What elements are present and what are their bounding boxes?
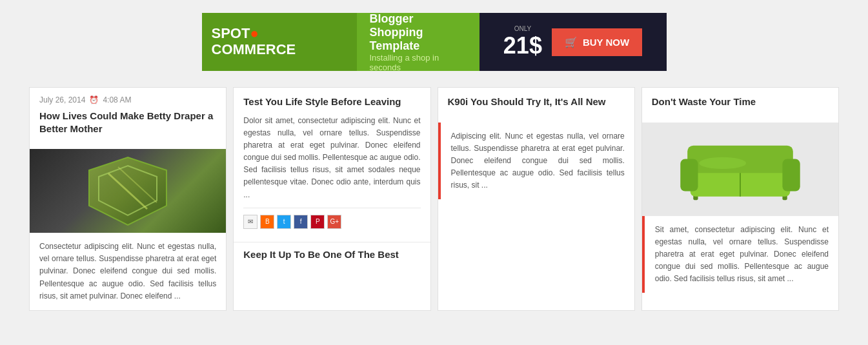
buy-now-button[interactable]: 🛒 BUY NOW — [552, 28, 642, 56]
card-col1: July 26, 2014 ⏰ 4:08 AM How Lives Could … — [29, 87, 227, 311]
card-col1-image — [30, 149, 226, 233]
card-col3-body: Adipiscing elit. Nunc et egestas nulla, … — [438, 123, 634, 200]
card-col4-header: Don't Waste Your Time — [642, 88, 838, 123]
card-col3-header: K90i You Should Try It, It's All New — [438, 88, 634, 123]
card-col1-body: Consectetur adipiscing elit. Nunc et ege… — [30, 233, 226, 310]
svg-rect-11 — [782, 159, 800, 192]
col3-accent-bar — [438, 123, 441, 200]
share-row: ✉ B t f P G+ — [243, 215, 420, 229]
buy-now-label: BUY NOW — [583, 37, 629, 48]
banner-section: SPOT● COMMERCE Blogger Shopping Template… — [0, 0, 868, 87]
banner: SPOT● COMMERCE Blogger Shopping Template… — [202, 13, 667, 71]
card-col3-text: Adipiscing elit. Nunc et egestas nulla, … — [451, 130, 625, 192]
card-col1-text: Consectetur adipiscing elit. Nunc et ege… — [39, 241, 216, 302]
banner-commerce-label: COMMERCE — [212, 41, 296, 58]
card-col2-title[interactable]: Test You Life Style Before Leaving — [243, 95, 420, 108]
card-col2-title2[interactable]: Keep It Up To Be One Of The Best — [234, 242, 430, 265]
banner-subtitle: Installing a shop in seconds — [370, 53, 467, 72]
cart-icon: 🛒 — [565, 36, 578, 48]
card-col1-date: July 26, 2014 ⏰ 4:08 AM — [39, 95, 216, 104]
card-col2-header: Test You Life Style Before Leaving Dolor… — [234, 88, 430, 242]
banner-dot: ● — [250, 25, 258, 41]
banner-brand: SPOT● COMMERCE — [202, 13, 357, 71]
share-facebook-icon[interactable]: f — [294, 215, 308, 229]
nvidia-shape-svg — [83, 154, 173, 228]
card-col4: Don't Waste Your Time — [641, 87, 839, 311]
card-col2-text: Dolor sit amet, consectetur adipiscing e… — [243, 115, 420, 201]
card-col4-image — [642, 123, 838, 216]
clock-icon: ⏰ — [89, 95, 99, 104]
card-col4-body: Sit amet, consectetur adipiscing elit. N… — [642, 216, 838, 293]
share-email-icon[interactable]: ✉ — [243, 215, 257, 229]
banner-description: Blogger Shopping Template Installing a s… — [357, 13, 479, 71]
svg-point-13 — [699, 157, 746, 169]
card-col3-title[interactable]: K90i You Should Try It, It's All New — [448, 95, 625, 108]
banner-title: Blogger Shopping Template — [370, 13, 467, 53]
time-text: 4:08 AM — [103, 95, 131, 104]
card-col1-header: July 26, 2014 ⏰ 4:08 AM How Lives Could … — [30, 88, 226, 149]
share-blogger-icon[interactable]: B — [260, 215, 274, 229]
card-col3: K90i You Should Try It, It's All New Adi… — [438, 87, 635, 311]
banner-price-block: ONLY 21$ — [503, 25, 542, 59]
card-col4-title[interactable]: Don't Waste Your Time — [652, 95, 829, 108]
card-col2: Test You Life Style Before Leaving Dolor… — [233, 87, 430, 311]
banner-logo-text: SPOT● COMMERCE — [212, 26, 296, 58]
card-col2-divider — [243, 208, 420, 208]
banner-cta: ONLY 21$ 🛒 BUY NOW — [479, 13, 667, 71]
card-col4-text: Sit amet, consectetur adipiscing elit. N… — [655, 224, 829, 286]
share-pinterest-icon[interactable]: P — [310, 215, 325, 229]
date-text: July 26, 2014 — [39, 95, 85, 104]
banner-only-label: ONLY — [514, 25, 532, 32]
banner-spot-label: SPOT — [212, 25, 250, 41]
share-gplus-icon[interactable]: G+ — [327, 215, 341, 229]
sofa-svg — [676, 130, 805, 208]
card-col1-image-placeholder — [30, 149, 226, 233]
col4-accent-bar — [642, 216, 645, 293]
svg-rect-10 — [680, 159, 698, 192]
card-col1-title[interactable]: How Lives Could Make Betty Draper a Bett… — [39, 110, 216, 135]
banner-price-value: 21$ — [503, 32, 542, 59]
share-twitter-icon[interactable]: t — [277, 215, 291, 229]
content-area: July 26, 2014 ⏰ 4:08 AM How Lives Could … — [0, 87, 868, 311]
